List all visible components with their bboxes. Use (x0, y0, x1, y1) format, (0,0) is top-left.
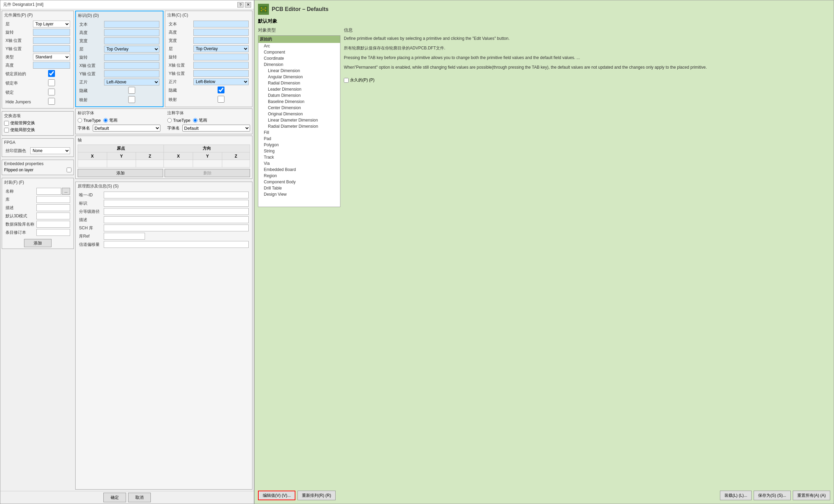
object-item-coordinate[interactable]: Coordinate (258, 55, 340, 61)
object-item-component-body[interactable]: Component Body (258, 179, 340, 185)
fp-desc-input[interactable] (36, 204, 70, 211)
edit-values-button[interactable]: 编辑值(V) (V)... (258, 491, 295, 500)
object-item-radial-diameter-dimension[interactable]: Radial Diameter Dimension (258, 123, 340, 129)
com-just-select[interactable]: Left-Below (193, 78, 249, 85)
des-hide-checkbox[interactable] (104, 87, 159, 94)
object-item-region[interactable]: Region (258, 173, 340, 179)
object-item-track[interactable]: Track (258, 154, 340, 160)
sch-des-input[interactable] (104, 200, 249, 207)
des-ypos-input[interactable]: 39mil (104, 70, 159, 77)
silk-color-select[interactable]: None (30, 147, 70, 154)
reset-all-button[interactable]: 重置所有(A) (A) (793, 491, 830, 500)
object-item-linear-dimension[interactable]: Linear Dimension (258, 68, 340, 74)
com-rot-input[interactable]: 0.000 (193, 54, 249, 60)
save-button[interactable]: 保存为(S) (S)... (754, 491, 790, 500)
axis-add-btn[interactable]: 添加 (78, 169, 163, 177)
des-just-select[interactable]: Left-Above (104, 79, 159, 85)
sch-offset-input[interactable]: -1 (104, 241, 249, 248)
flipped-checkbox[interactable] (67, 168, 71, 172)
fp-lib-input[interactable] (36, 196, 70, 203)
object-item-angular-dimension[interactable]: Angular Dimension (258, 74, 340, 80)
lock-string-checkbox[interactable] (33, 79, 70, 86)
object-item-datum-dimension[interactable]: Datum Dimension (258, 92, 340, 99)
object-type-title: 对象类型 (258, 27, 340, 33)
permanent-checkbox[interactable] (344, 78, 349, 83)
object-item-leader-dimension[interactable]: Leader Dimension (258, 86, 340, 92)
object-item-baseline-dimension[interactable]: Baseline Dimension (258, 99, 340, 105)
sch-libref-input[interactable] (104, 233, 145, 240)
object-item-radial-dimension[interactable]: Radial Dimension (258, 80, 340, 86)
com-width-label: 宽度 (168, 37, 192, 44)
rearrange-button[interactable]: 重新排列(R) (R) (297, 491, 336, 500)
object-item-原始的[interactable]: 原始的 (258, 36, 340, 43)
des-xpos-input[interactable]: -1mil (104, 62, 159, 69)
com-height-input[interactable]: 30mil (193, 29, 249, 36)
axis-remove-btn[interactable]: 删除 (165, 169, 250, 177)
object-item-dimension[interactable]: Dimension (258, 61, 340, 68)
hide-jumpers-checkbox[interactable] (33, 98, 70, 105)
close-button[interactable]: ✕ (245, 2, 251, 8)
rotation-input[interactable]: 0.000 (33, 29, 70, 36)
fp-name-input[interactable] (36, 188, 61, 195)
des-truetype-label: TrueType (83, 118, 101, 123)
object-item-linear-diameter-dimension[interactable]: Linear Diameter Dimension (258, 117, 340, 123)
des-height-input[interactable]: 30mil (104, 29, 159, 36)
com-text-input[interactable]: Comment (193, 21, 249, 27)
sch-desc-input[interactable] (104, 216, 249, 223)
des-text-input[interactable]: Designator1 (104, 21, 159, 28)
fp-add-btn[interactable]: 添加 (24, 239, 52, 247)
lock-prim-checkbox[interactable] (33, 70, 70, 77)
object-item-string[interactable]: String (258, 148, 340, 154)
des-fontname-select[interactable]: Default (93, 125, 160, 131)
com-fontname-select[interactable]: Default (182, 125, 250, 131)
des-rot-input[interactable]: 0.000 (104, 54, 159, 61)
fp-3d-input[interactable] (36, 213, 70, 219)
object-item-polygon[interactable]: Polygon (258, 142, 340, 148)
object-item-original-dimension[interactable]: Original Dimension (258, 111, 340, 117)
sch-sublevel-input[interactable] (104, 208, 249, 215)
cancel-button[interactable]: 取消 (128, 493, 151, 502)
object-item-embedded-board[interactable]: Embedded Board (258, 167, 340, 173)
object-item-drill-table[interactable]: Drill Table (258, 185, 340, 191)
object-item-pad[interactable]: Pad (258, 136, 340, 142)
com-layer-select[interactable]: Top Overlay (193, 45, 249, 52)
fp-db-label: 数据保险库名称 (5, 220, 35, 228)
object-item-fill[interactable]: Fill (258, 129, 340, 136)
object-item-via[interactable]: Via (258, 160, 340, 167)
fp-db-input[interactable] (36, 221, 70, 228)
des-width-input[interactable]: 4mil (104, 37, 159, 44)
com-mirror-checkbox[interactable] (193, 96, 249, 103)
ypos-input[interactable]: 0mil (33, 45, 70, 52)
sch-uid-input[interactable] (104, 192, 249, 198)
com-truetype-radio[interactable] (167, 118, 172, 123)
object-item-center-dimension[interactable]: Center Dimension (258, 105, 340, 111)
sch-lib-input[interactable] (104, 225, 249, 231)
com-ypos-input[interactable]: 0mil (193, 70, 249, 77)
com-stroke-radio[interactable] (193, 118, 198, 123)
layer-select[interactable]: Top Layer (33, 21, 70, 27)
ok-button[interactable]: 确定 (103, 493, 126, 502)
object-item-design-view[interactable]: Design View (258, 191, 340, 197)
fp-rev-input[interactable] (36, 229, 70, 236)
load-button[interactable]: 装载(L) (L)... (720, 491, 752, 500)
lock-checkbox[interactable] (33, 89, 70, 95)
des-layer-select[interactable]: Top Overlay (104, 46, 159, 53)
object-item-component[interactable]: Component (258, 49, 340, 55)
object-item-arc[interactable]: Arc (258, 43, 340, 49)
pin-swap-checkbox[interactable] (4, 121, 9, 126)
part-swap-checkbox[interactable] (4, 128, 9, 133)
fp-3d-label: 默认3D模式 (5, 212, 35, 220)
height-input[interactable]: 0mil (33, 62, 70, 69)
des-mirror-checkbox[interactable] (104, 96, 159, 103)
xpos-input[interactable]: 0mil (33, 37, 70, 44)
com-xpos-input[interactable]: 0mil (193, 62, 249, 69)
com-hide-checkbox[interactable] (193, 87, 249, 93)
help-button[interactable]: ? (237, 2, 244, 8)
com-width-input[interactable]: 4mil (193, 37, 249, 44)
fp-browse-btn[interactable]: ... (62, 188, 70, 195)
component-props-title: 元件属性(P) (P) (4, 12, 71, 18)
des-truetype-radio[interactable] (78, 118, 82, 123)
des-rot-label: 旋转 (79, 54, 103, 61)
type-select[interactable]: Standard (33, 54, 70, 60)
des-stroke-radio[interactable] (103, 118, 108, 123)
